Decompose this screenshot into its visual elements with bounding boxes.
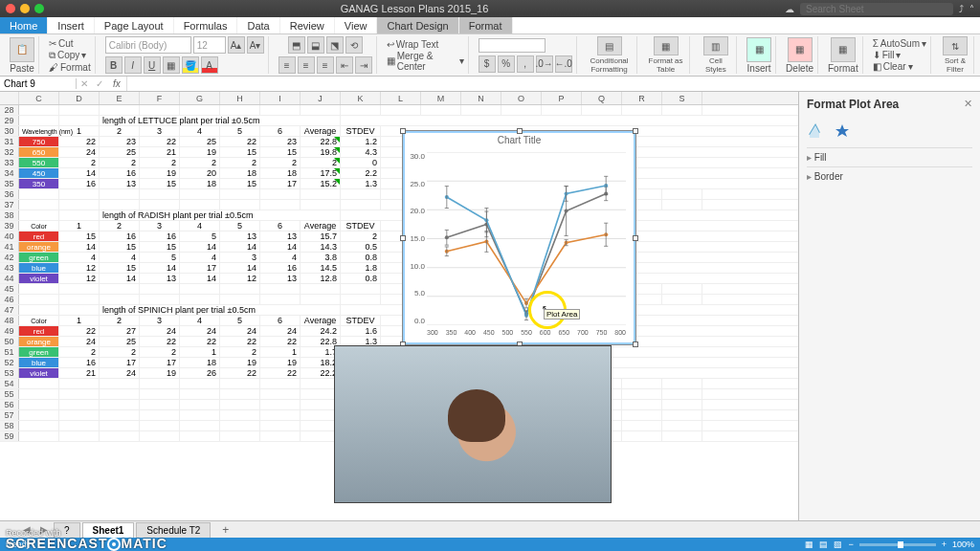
x-axis[interactable]: 300350400450500550600650700750800 — [427, 329, 626, 339]
decrease-decimal-icon[interactable]: ←.0 — [555, 55, 572, 73]
align-center-icon[interactable]: ≡ — [298, 56, 315, 74]
tab-format[interactable]: Format — [459, 17, 513, 33]
cloud-icon[interactable]: ☁︎ — [785, 4, 794, 14]
col-header[interactable]: F — [140, 92, 180, 104]
zoom-in-icon[interactable]: + — [942, 540, 947, 549]
y-axis[interactable]: 30.025.020.015.010.05.00.0 — [408, 152, 425, 325]
font-size-select[interactable] — [193, 36, 226, 54]
cut-button[interactable]: ✂︎ Cut — [49, 38, 74, 49]
align-right-icon[interactable]: ≡ — [317, 56, 334, 74]
tab-page-layout[interactable]: Page Layout — [95, 17, 174, 33]
col-header[interactable]: C — [19, 92, 59, 104]
underline-icon[interactable]: U — [144, 56, 161, 74]
col-header[interactable]: S — [662, 92, 702, 104]
close-window-icon[interactable] — [6, 4, 15, 13]
zoom-slider[interactable] — [859, 543, 936, 546]
share-icon[interactable]: ⤴︎ — [959, 4, 964, 14]
worksheet[interactable]: CDEFGHIJKLMNOPQRS 2829length of LETTUCE … — [0, 92, 798, 520]
col-header[interactable]: G — [180, 92, 220, 104]
plot-area[interactable]: 30.025.020.015.010.05.00.0 3003504004505… — [427, 152, 626, 325]
merge-center-button[interactable]: ▦ Merge & Center ▾ — [387, 51, 464, 72]
cell-styles-icon[interactable]: ▥ — [703, 36, 728, 55]
record-dot-icon — [107, 538, 121, 551]
col-header[interactable]: I — [260, 92, 301, 104]
tab-view[interactable]: View — [335, 17, 378, 33]
effects-mode-icon[interactable] — [834, 122, 851, 140]
column-headers[interactable]: CDEFGHIJKLMNOPQRS — [0, 92, 798, 105]
sort-filter-icon[interactable]: ⇅ — [943, 36, 968, 55]
currency-icon[interactable]: $ — [479, 55, 496, 73]
border-icon[interactable]: ▦ — [163, 56, 180, 74]
decrease-indent-icon[interactable]: ⇤ — [336, 56, 353, 74]
tab-home[interactable]: Home — [0, 17, 48, 33]
tab-data[interactable]: Data — [237, 17, 279, 33]
zoom-out-icon[interactable]: − — [848, 540, 853, 549]
col-header[interactable]: Q — [582, 92, 622, 104]
col-header[interactable]: E — [100, 92, 140, 104]
copy-button[interactable]: ⧉ Copy ▾ — [49, 50, 86, 61]
embedded-chart[interactable]: Chart Title 30.025.020.015.010.05.00.0 3… — [402, 130, 636, 345]
view-pagebreak-icon[interactable]: ▧ — [834, 540, 842, 549]
add-sheet-button[interactable]: + — [212, 521, 238, 539]
tab-formulas[interactable]: Formulas — [174, 17, 238, 33]
increase-decimal-icon[interactable]: .0→ — [536, 55, 553, 73]
col-header[interactable]: D — [59, 92, 100, 104]
minimize-window-icon[interactable] — [20, 4, 30, 13]
view-layout-icon[interactable]: ▤ — [819, 540, 828, 549]
fill-line-mode-icon[interactable] — [807, 122, 824, 140]
paste-icon[interactable]: 📋 — [10, 37, 34, 62]
tab-review[interactable]: Review — [280, 17, 335, 33]
format-cells-icon[interactable]: ▦ — [831, 37, 856, 62]
align-middle-icon[interactable]: ⬓ — [307, 36, 324, 54]
formula-input[interactable] — [126, 77, 980, 91]
col-header[interactable]: O — [501, 92, 542, 104]
clear-button[interactable]: ◧ Clear ▾ — [873, 61, 913, 72]
align-left-icon[interactable]: ≡ — [278, 56, 296, 74]
percent-icon[interactable]: % — [498, 55, 515, 73]
format-painter-button[interactable]: 🖌︎ Format — [49, 62, 91, 73]
zoom-window-icon[interactable] — [34, 4, 44, 13]
delete-cells-icon[interactable]: ▦ — [788, 37, 813, 62]
accept-formula-icon[interactable]: ✓ — [92, 78, 107, 89]
close-pane-icon[interactable]: ✕ — [964, 98, 972, 110]
fill-button[interactable]: ⬇︎ Fill ▾ — [873, 50, 902, 60]
conditional-formatting-icon[interactable]: ▤ — [597, 36, 622, 55]
ribbon-toggle-icon[interactable]: ˄ — [969, 4, 974, 14]
col-header[interactable]: M — [421, 92, 461, 104]
autosum-button[interactable]: Σ AutoSum ▾ — [873, 38, 926, 49]
cancel-formula-icon[interactable]: ✕ — [77, 78, 92, 89]
search-sheet-input[interactable] — [800, 3, 953, 15]
align-bottom-icon[interactable]: ⬔ — [326, 36, 344, 54]
tab-insert[interactable]: Insert — [48, 17, 95, 33]
font-select[interactable] — [105, 36, 191, 54]
window-controls[interactable] — [6, 4, 44, 13]
comma-icon[interactable]: , — [517, 55, 534, 73]
orientation-icon[interactable]: ⟲ — [345, 36, 363, 54]
increase-font-icon[interactable]: A▴ — [228, 36, 245, 54]
increase-indent-icon[interactable]: ⇥ — [355, 56, 372, 74]
col-header[interactable]: J — [301, 92, 341, 104]
col-header[interactable]: P — [542, 92, 582, 104]
col-header[interactable]: K — [341, 92, 381, 104]
pane-section-border[interactable]: Border — [807, 166, 972, 186]
view-normal-icon[interactable]: ▦ — [805, 540, 813, 549]
bold-icon[interactable]: B — [105, 56, 122, 74]
format-as-table-icon[interactable]: ▦ — [654, 36, 679, 55]
wrap-text-button[interactable]: ↩︎ Wrap Text — [387, 39, 439, 50]
number-format-select[interactable] — [479, 38, 546, 53]
italic-icon[interactable]: I — [124, 56, 142, 74]
fx-label[interactable]: fx — [107, 78, 126, 89]
col-header[interactable] — [0, 92, 19, 104]
col-header[interactable]: R — [622, 92, 662, 104]
col-header[interactable]: L — [381, 92, 421, 104]
tab-chart-design[interactable]: Chart Design — [377, 17, 458, 33]
fill-color-icon[interactable]: 🪣 — [182, 56, 199, 74]
decrease-font-icon[interactable]: A▾ — [247, 36, 264, 54]
pane-section-fill[interactable]: Fill — [807, 147, 972, 166]
name-box[interactable]: Chart 9 — [0, 78, 77, 89]
col-header[interactable]: N — [461, 92, 501, 104]
font-color-icon[interactable]: A — [201, 56, 218, 74]
col-header[interactable]: H — [220, 92, 260, 104]
align-top-icon[interactable]: ⬒ — [288, 36, 305, 54]
insert-cells-icon[interactable]: ▦ — [746, 37, 771, 62]
